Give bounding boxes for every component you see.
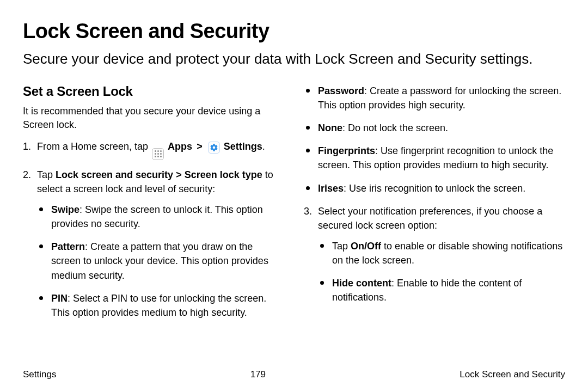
step-2-options: Swipe: Swipe the screen to unlock it. Th… bbox=[37, 203, 284, 320]
steps-list-right: 3. Select your notification preferences,… bbox=[304, 204, 565, 305]
step-1: 1. From a Home screen, tap Apps > Settin… bbox=[23, 139, 284, 160]
apps-label: Apps bbox=[168, 141, 192, 152]
option-label: PIN bbox=[51, 293, 68, 304]
option-none: None: Do not lock the screen. bbox=[304, 121, 565, 135]
footer-right: Lock Screen and Security bbox=[460, 369, 565, 380]
step-1-end: . bbox=[262, 141, 265, 152]
step-number: 1. bbox=[23, 139, 31, 154]
option-desc: : Select a PIN to use for unlocking the … bbox=[51, 293, 266, 318]
step-2-pre: Tap bbox=[37, 169, 56, 180]
step-3-text: Select your notification preferences, if… bbox=[318, 206, 542, 231]
option-label: Swipe bbox=[51, 204, 79, 215]
step-3-subs: Tap On/Off to enable or disable showing … bbox=[318, 239, 565, 304]
option-pin: PIN: Select a PIN to use for unlocking t… bbox=[37, 291, 284, 320]
settings-label: Settings bbox=[224, 141, 262, 152]
sub-onoff: Tap On/Off to enable or disable showing … bbox=[318, 239, 565, 267]
footer-left: Settings bbox=[23, 369, 56, 380]
content-columns: Set a Screen Lock It is recommended that… bbox=[23, 84, 565, 328]
section-heading: Set a Screen Lock bbox=[23, 84, 284, 99]
option-swipe: Swipe: Swipe the screen to unlock it. Th… bbox=[37, 203, 284, 231]
option-label: Password bbox=[318, 85, 364, 96]
option-label: Fingerprints bbox=[318, 145, 375, 156]
page-footer: Settings 179 Lock Screen and Security bbox=[23, 369, 565, 380]
steps-list-left: 1. From a Home screen, tap Apps > Settin… bbox=[23, 139, 284, 319]
sub-hide-content: Hide content: Enable to hide the content… bbox=[318, 276, 565, 304]
step-3: 3. Select your notification preferences,… bbox=[304, 204, 565, 305]
page-title: Lock Screen and Security bbox=[23, 20, 565, 43]
step-2-options-cont: Password: Create a password for unlockin… bbox=[304, 84, 565, 195]
gear-icon bbox=[208, 142, 220, 154]
option-password: Password: Create a password for unlockin… bbox=[304, 84, 565, 112]
option-irises: Irises: Use iris recognition to unlock t… bbox=[304, 181, 565, 195]
recommendation-text: It is recommended that you secure your d… bbox=[23, 105, 284, 132]
right-column: Password: Create a password for unlockin… bbox=[304, 84, 565, 328]
option-label: Irises bbox=[318, 183, 344, 194]
option-label: Pattern bbox=[51, 241, 85, 252]
footer-page-number: 179 bbox=[250, 369, 266, 380]
step-number: 3. bbox=[304, 204, 312, 218]
apps-icon bbox=[152, 148, 164, 160]
chevron-right-icon: > bbox=[197, 141, 203, 152]
option-pattern: Pattern: Create a pattern that you draw … bbox=[37, 240, 284, 282]
option-label: None bbox=[318, 122, 342, 133]
step-1-pre: From a Home screen, tap bbox=[37, 141, 148, 152]
option-desc: : Do not lock the screen. bbox=[342, 122, 448, 133]
option-desc: : Use iris recognition to unlock the scr… bbox=[344, 183, 525, 194]
option-fingerprints: Fingerprints: Use fingerprint recognitio… bbox=[304, 144, 565, 172]
step-2-bold: Lock screen and security > Screen lock t… bbox=[56, 169, 262, 180]
sub-bold: On/Off bbox=[351, 241, 381, 252]
step-number: 2. bbox=[23, 168, 31, 182]
option-desc: : Swipe the screen to unlock it. This op… bbox=[51, 204, 263, 229]
sub-bold: Hide content bbox=[332, 278, 391, 289]
left-column: Set a Screen Lock It is recommended that… bbox=[23, 84, 284, 328]
step-2: 2. Tap Lock screen and security > Screen… bbox=[23, 168, 284, 320]
sub-pre: Tap bbox=[332, 241, 351, 252]
intro-text: Secure your device and protect your data… bbox=[23, 50, 565, 69]
